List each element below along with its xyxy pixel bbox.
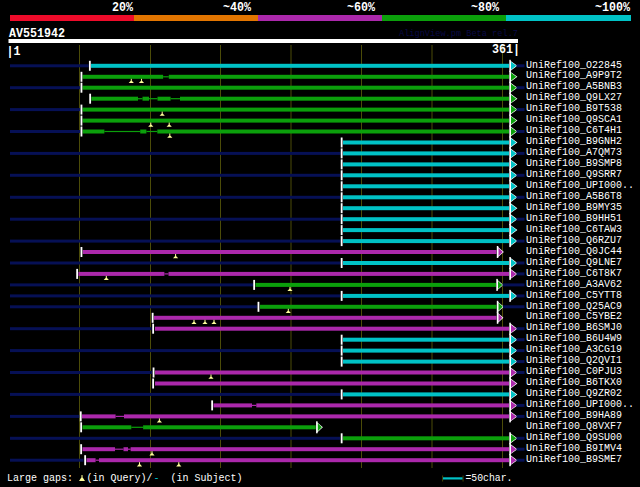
svg-text:AV551942: AV551942: [9, 27, 65, 41]
svg-text:UniRef100_O22845: UniRef100_O22845: [526, 60, 622, 71]
svg-text:361|: 361|: [492, 43, 520, 57]
svg-text:UniRef100_A7QM73: UniRef100_A7QM73: [526, 147, 622, 158]
svg-text:UniRef100_Q9SRR7: UniRef100_Q9SRR7: [526, 169, 622, 180]
svg-text:UniRef100_C6TAW3: UniRef100_C6TAW3: [526, 224, 622, 235]
svg-text:UniRef100_B9IMV4: UniRef100_B9IMV4: [526, 443, 622, 454]
svg-text:UniRef100_B6TKX0: UniRef100_B6TKX0: [526, 377, 622, 388]
svg-text:~80%: ~80%: [471, 1, 500, 15]
svg-text:UniRef100_Q6RZU7: UniRef100_Q6RZU7: [526, 235, 622, 246]
svg-text:UniRef100_Q0JC44: UniRef100_Q0JC44: [526, 246, 622, 257]
svg-text:UniRef100_B9SMP8: UniRef100_B9SMP8: [526, 158, 622, 169]
svg-text:UniRef100_A5B6T8: UniRef100_A5B6T8: [526, 191, 622, 202]
svg-text:UniRef100_B9MY35: UniRef100_B9MY35: [526, 202, 622, 213]
svg-text:UniRef100_Q9LNE7: UniRef100_Q9LNE7: [526, 257, 622, 268]
svg-text:UniRef100_B9T538: UniRef100_B9T538: [526, 103, 622, 114]
svg-text:UniRef100_Q9LX27: UniRef100_Q9LX27: [526, 92, 622, 103]
svg-text:~100%: ~100%: [595, 1, 631, 15]
svg-text:UniRef100_A5BNB3: UniRef100_A5BNB3: [526, 81, 622, 92]
svg-text:UniRef100_UPI000..: UniRef100_UPI000..: [526, 180, 634, 191]
svg-text:UniRef100_Q9SCA1: UniRef100_Q9SCA1: [526, 114, 622, 125]
svg-text:UniRef100_C6T4H1: UniRef100_C6T4H1: [526, 125, 622, 136]
svg-text:UniRef100_UPI000..: UniRef100_UPI000..: [526, 399, 634, 410]
svg-text:UniRef100_B9SME7: UniRef100_B9SME7: [526, 454, 622, 465]
svg-text:UniRef100_B6SMJ0: UniRef100_B6SMJ0: [526, 322, 622, 333]
svg-text:UniRef100_C5YBE2: UniRef100_C5YBE2: [526, 311, 622, 322]
svg-text:Large gaps:: Large gaps:: [7, 473, 73, 484]
svg-text:UniRef100_A3AV62: UniRef100_A3AV62: [526, 279, 622, 290]
svg-text:|1: |1: [7, 45, 21, 59]
svg-text:UniRef100_A3CG19: UniRef100_A3CG19: [526, 344, 622, 355]
svg-text:UniRef100_C0PJU3: UniRef100_C0PJU3: [526, 366, 622, 377]
svg-text:~60%: ~60%: [347, 1, 376, 15]
svg-text:-: -: [154, 473, 160, 484]
svg-text:UniRef100_C5YTT8: UniRef100_C5YTT8: [526, 290, 622, 301]
svg-text:20%: 20%: [112, 1, 134, 15]
svg-text:UniRef100_C6T8K7: UniRef100_C6T8K7: [526, 268, 622, 279]
svg-text:UniRef100_A9P9T2: UniRef100_A9P9T2: [526, 70, 622, 81]
svg-text:UniRef100_Q9ZR02: UniRef100_Q9ZR02: [526, 388, 622, 399]
svg-text:=50char.: =50char.: [466, 473, 513, 484]
svg-text:AlignView.pm Beta rel.7: AlignView.pm Beta rel.7: [399, 29, 518, 39]
svg-text:UniRef100_Q9SU00: UniRef100_Q9SU00: [526, 432, 622, 443]
svg-text:UniRef100_Q8VXF7: UniRef100_Q8VXF7: [526, 421, 622, 432]
svg-text:(in Subject): (in Subject): [171, 473, 243, 484]
svg-text:UniRef100_B9HA89: UniRef100_B9HA89: [526, 410, 622, 421]
svg-text:~40%: ~40%: [223, 1, 252, 15]
svg-text:UniRef100_Q2QVI1: UniRef100_Q2QVI1: [526, 355, 622, 366]
svg-text:UniRef100_Q25AC9: UniRef100_Q25AC9: [526, 301, 622, 312]
svg-text:UniRef100_B9GNH2: UniRef100_B9GNH2: [526, 136, 622, 147]
svg-text:UniRef100_B9HH51: UniRef100_B9HH51: [526, 213, 622, 224]
svg-text:UniRef100_B6U4W9: UniRef100_B6U4W9: [526, 333, 622, 344]
svg-text:(in Query)/: (in Query)/: [87, 473, 153, 484]
